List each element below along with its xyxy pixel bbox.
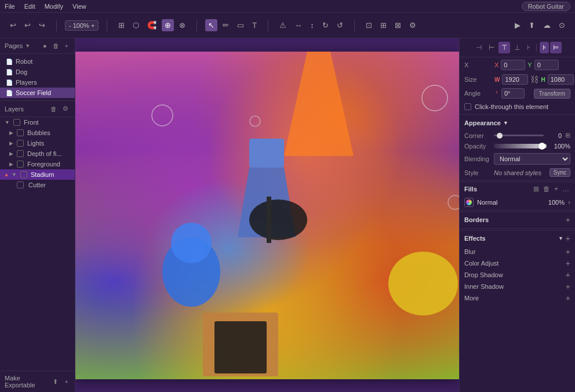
height-input[interactable] [548,74,574,85]
layer-vis-icon[interactable] [17,150,24,157]
text-tool-btn[interactable]: T [249,19,260,31]
layer-vis-icon[interactable] [17,140,24,147]
layer-vis-icon[interactable] [17,161,24,168]
position-x-input[interactable] [501,60,525,70]
menu-file[interactable]: File [5,3,15,10]
blending-select[interactable]: Normal Multiply Screen [494,153,570,165]
snap2-icon-btn[interactable]: ⊗ [176,19,188,31]
arrange-icon-btn[interactable]: ⬡ [130,19,142,31]
menu-view[interactable]: View [72,3,86,10]
effect-more-add-btn[interactable]: + [566,294,570,302]
select-tool-btn[interactable]: ↖ [205,19,217,31]
dist-v-btn[interactable]: ⊨ [550,42,562,53]
export-link-btn[interactable]: ⬆ [51,378,60,386]
align-top-btn[interactable]: ⊥ [511,42,523,53]
effect-inner-shadow-add-btn[interactable]: + [566,282,570,291]
grid-icon-btn[interactable]: ⊞ [115,19,128,31]
layer-item-front[interactable]: ▼ Front [0,117,75,128]
undo-button[interactable]: ↩ [7,19,19,31]
angle-input[interactable] [501,88,525,99]
magnet-icon-btn[interactable]: 🧲 [144,19,159,31]
layer-item-foreground[interactable]: ▶ Foreground [0,159,75,169]
menu-modify[interactable]: Modify [45,3,63,10]
page-item-soccer[interactable]: 📄 Soccer Field [0,88,75,98]
layer-item-stadium[interactable]: ● ▼ Stadium [0,169,75,180]
align-left-btn[interactable]: ⊣ [473,42,485,53]
effects-chevron-icon: ▼ [558,235,563,241]
position-y-input[interactable] [534,60,559,70]
svg-point-5 [171,223,212,263]
dist-h-btn[interactable]: ⊧ [540,42,549,53]
redo-button[interactable]: ↪ [36,19,48,31]
layer-item-bubbles[interactable]: ▶ Bubbles [0,128,75,138]
effect-color-adjust-add-btn[interactable]: + [566,259,570,267]
effect-name-color-adjust: Color Adjust [464,260,562,267]
layer-item-depth[interactable]: ▶ Depth of fi... [0,148,75,159]
fills-settings-btn[interactable]: ⊠ [532,185,540,193]
flip-v-btn[interactable]: ↕ [307,19,317,31]
align-center-btn[interactable]: ⊢ [486,42,497,53]
pages-dropdown-icon[interactable]: ▼ [25,43,30,49]
exportable-bar[interactable]: Make Exportable ⬆ + [0,371,75,392]
rect-tool-btn[interactable]: ▭ [234,19,247,31]
zoom-display[interactable]: - 100% + [65,20,99,31]
rotate-cw-btn[interactable]: ↻ [319,19,332,31]
effect-name-drop-shadow: Drop Shadow [464,271,562,278]
canvas-area[interactable] [75,38,459,392]
click-through-checkbox[interactable] [464,103,471,110]
align-middle-btn[interactable]: ⊦ [524,42,533,53]
dist-btn[interactable]: ⊠ [392,19,404,31]
settings-btn[interactable]: ⊙ [556,19,568,31]
fill-chevron-icon[interactable]: › [568,198,570,206]
export-btn[interactable]: ⬆ [526,19,538,31]
flip-h-btn[interactable]: ↔ [292,19,305,31]
cloud-btn[interactable]: ☁ [540,19,554,31]
pages-del-btn[interactable]: 🗑 [51,42,61,50]
fill-color-swatch[interactable] [464,198,474,207]
pen-tool-btn[interactable]: ✏ [220,19,232,31]
transform-button[interactable]: Transform [534,89,570,99]
effects-add-btn[interactable]: + [566,234,570,243]
layer-expand-icon: ▶ [9,161,13,167]
fills-del-btn[interactable]: 🗑 [542,185,551,193]
layer-item-lights[interactable]: ▶ Lights [0,138,75,148]
snap-icon-btn[interactable]: ⊕ [162,19,174,31]
warn-icon-btn[interactable]: ⚠ [276,19,289,31]
plugin-btn[interactable]: ⚙ [406,19,419,31]
layer-item-cutter[interactable]: ▶ Cutter [0,180,75,190]
opacity-slider[interactable] [494,144,547,148]
appearance-header[interactable]: Appearance ▼ [460,116,575,130]
layers-del-btn[interactable]: 🗑 [49,104,59,113]
rotate-ccw-btn[interactable]: ↺ [334,19,346,31]
copy-btn[interactable]: ⊡ [363,19,375,31]
paste-btn[interactable]: ⊞ [377,19,390,31]
undo2-button[interactable]: ↩ [21,19,34,31]
layer-vis-icon[interactable] [20,171,27,178]
pages-dot-btn[interactable]: ● [41,42,49,50]
effect-drop-shadow-add-btn[interactable]: + [566,271,570,279]
layers-settings-btn[interactable]: ⚙ [61,104,70,113]
page-icon: 📄 [6,79,13,86]
preview-btn[interactable]: ▶ [512,19,523,31]
pages-add-btn[interactable]: + [63,42,70,50]
page-item-dog[interactable]: 📄 Dog [0,67,75,77]
borders-add-btn[interactable]: + [566,215,570,224]
effect-name-blur: Blur [464,248,562,255]
layer-vis-icon[interactable] [17,129,24,136]
angle-label: Angle [464,90,492,97]
effect-blur-add-btn[interactable]: + [566,248,570,256]
export-add-btn[interactable]: + [63,378,70,386]
page-item-robot[interactable]: 📄 Robot [0,56,75,67]
chain-link-icon[interactable]: ⛓ [530,75,538,84]
corner-icon[interactable]: ⊞ [565,132,570,139]
fills-add-btn[interactable]: + [553,185,559,193]
style-sync-btn[interactable]: Sync [549,168,570,177]
layer-vis-icon[interactable] [13,119,20,126]
page-item-players[interactable]: 📄 Players [0,77,75,88]
align-right-btn[interactable]: ⊤ [498,42,510,53]
menu-edit[interactable]: Edit [24,3,35,10]
width-input[interactable] [502,74,528,85]
svg-rect-3 [267,197,271,243]
fills-more-btn[interactable]: … [561,185,570,193]
corner-slider[interactable] [494,135,544,136]
